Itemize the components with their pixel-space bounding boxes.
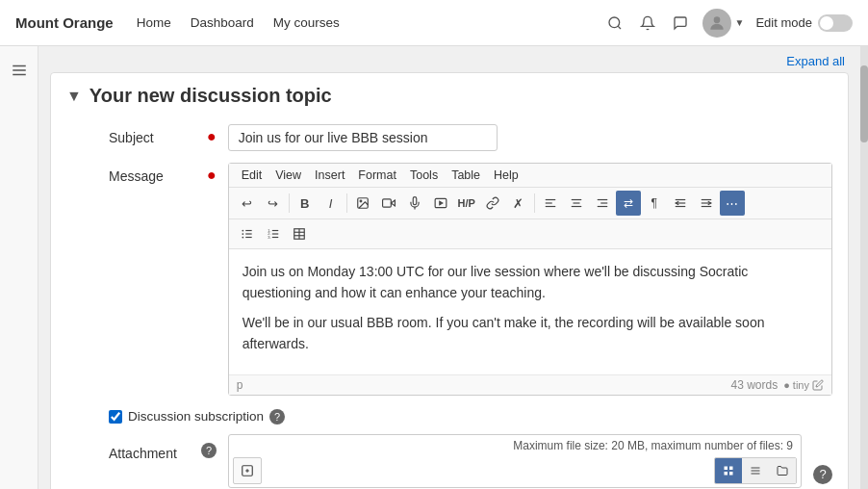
top-navigation: Mount Orange Home Dashboard My courses — [0, 0, 868, 46]
svg-point-32 — [242, 233, 243, 235]
message-required-indicator: ● — [207, 163, 217, 184]
menu-format[interactable]: Format — [351, 166, 403, 185]
subscription-label: Discussion subscription — [128, 409, 264, 424]
messages-icon[interactable] — [670, 13, 691, 34]
user-avatar-menu[interactable]: ▼ — [702, 9, 745, 38]
nav-mycourses[interactable]: My courses — [273, 15, 340, 30]
menu-help[interactable]: Help — [487, 166, 525, 185]
toolbar-image[interactable] — [350, 191, 375, 216]
subject-label: Subject — [109, 124, 195, 145]
attach-grid-view-button[interactable] — [715, 458, 742, 483]
editor-footer: p 43 words ● tiny — [229, 374, 831, 395]
svg-point-0 — [609, 17, 620, 28]
menu-edit[interactable]: Edit — [235, 166, 269, 185]
edit-mode-label: Edit mode — [755, 15, 812, 30]
section-chevron-icon[interactable]: ▼ — [66, 88, 82, 105]
toolbar-align-right[interactable] — [590, 191, 615, 216]
scrollbar[interactable] — [860, 46, 868, 489]
toolbar-video[interactable] — [376, 191, 401, 216]
sidebar — [0, 46, 38, 489]
svg-line-1 — [618, 26, 621, 29]
toolbar-align-left[interactable] — [538, 191, 563, 216]
attach-upload-button[interactable] — [233, 457, 262, 484]
svg-point-33 — [242, 237, 243, 239]
editor-wordcount: 43 words ● tiny — [730, 378, 824, 392]
subscription-help-icon[interactable]: ? — [269, 409, 285, 425]
attachment-label: Attachment — [109, 440, 195, 461]
toolbar-redo[interactable]: ↪ — [261, 191, 286, 216]
menu-insert[interactable]: Insert — [308, 166, 351, 185]
svg-marker-8 — [391, 200, 395, 206]
section-card: ▼ Your new discussion topic Subject ● Me… — [50, 72, 849, 489]
expand-all-link[interactable]: Expand all — [786, 54, 845, 68]
svg-rect-47 — [725, 472, 728, 476]
svg-point-31 — [242, 230, 243, 232]
toolbar-unordered-list[interactable] — [235, 221, 260, 246]
toolbar-indent-in[interactable] — [694, 191, 719, 216]
svg-rect-48 — [729, 472, 733, 476]
subscription-checkbox[interactable] — [109, 410, 122, 424]
avatar — [702, 9, 731, 38]
editor-wrap: Edit View Insert Format Tools Table Help… — [228, 163, 832, 396]
subject-field — [228, 124, 832, 151]
sidebar-toggle-icon[interactable] — [11, 62, 28, 84]
message-label: Message — [109, 163, 195, 184]
attachment-toolbar — [229, 454, 801, 487]
toolbar-italic[interactable]: I — [319, 191, 344, 216]
attach-folder-view-button[interactable] — [769, 458, 796, 483]
attach-list-view-button[interactable] — [742, 458, 769, 483]
toolbar-audio[interactable] — [402, 191, 427, 216]
menu-tools[interactable]: Tools — [403, 166, 445, 185]
svg-rect-9 — [382, 199, 391, 207]
attachment-area: Maximum file size: 20 MB, maximum number… — [228, 434, 802, 488]
subscription-row: Discussion subscription ? — [51, 401, 848, 428]
tinymce-logo: ● tiny — [783, 379, 824, 391]
toolbar-embed[interactable] — [428, 191, 453, 216]
scrollbar-thumb — [860, 65, 868, 142]
toolbar-sep-1 — [289, 193, 290, 213]
toolbar-ltr[interactable]: ⇄ — [616, 191, 641, 216]
svg-text:3.: 3. — [268, 235, 270, 240]
toolbar-hp[interactable]: H/P — [454, 191, 479, 216]
expand-all-bar: Expand all — [38, 46, 860, 72]
toolbar-bold[interactable]: B — [293, 191, 318, 216]
menu-table[interactable]: Table — [445, 166, 487, 185]
toolbar-charmap[interactable]: ✗ — [506, 191, 531, 216]
svg-rect-45 — [725, 466, 728, 470]
toolbar-more[interactable]: ⋯ — [720, 191, 745, 216]
toolbar-table[interactable] — [287, 221, 312, 246]
toolbar-indent-out[interactable] — [668, 191, 693, 216]
toolbar-undo[interactable]: ↩ — [235, 191, 260, 216]
edit-mode-toggle[interactable] — [818, 14, 853, 32]
toolbar-align-center[interactable] — [564, 191, 589, 216]
editor-toolbar-row2: 1. 2. 3. — [229, 219, 831, 249]
toolbar-sep-2 — [346, 193, 347, 213]
menu-view[interactable]: View — [268, 166, 308, 185]
editor-tag: p — [237, 378, 243, 392]
toolbar-link[interactable] — [480, 191, 505, 216]
svg-point-7 — [360, 200, 362, 202]
svg-marker-12 — [440, 201, 443, 205]
content-area: Expand all ▼ Your new discussion topic S… — [38, 46, 860, 489]
editor-content[interactable]: Join us on Monday 13:00 UTC for our live… — [229, 249, 831, 374]
editor-para-2: We'll be in our usual BBB room. If you c… — [243, 312, 818, 355]
avatar-chevron-icon: ▼ — [735, 17, 745, 28]
toolbar-sep-3 — [534, 193, 535, 213]
attachment-row: Attachment ? Maximum file size: 20 MB, m… — [51, 428, 848, 489]
subject-input[interactable] — [228, 124, 498, 151]
editor-menubar: Edit View Insert Format Tools Table Help — [229, 164, 831, 188]
toolbar-ordered-list[interactable]: 1. 2. 3. — [261, 221, 286, 246]
subject-row: Subject ● — [51, 118, 848, 157]
subject-required-indicator: ● — [207, 124, 217, 145]
notifications-icon[interactable] — [637, 13, 658, 34]
section-title: Your new discussion topic — [89, 85, 332, 107]
toolbar-rtl[interactable]: ¶ — [642, 191, 667, 216]
section-header: ▼ Your new discussion topic — [51, 73, 848, 118]
nav-dashboard[interactable]: Dashboard — [191, 15, 254, 30]
main-layout: Expand all ▼ Your new discussion topic S… — [0, 46, 868, 489]
search-icon[interactable] — [604, 13, 625, 34]
attachment-view-group — [714, 457, 797, 484]
attachment-right-help-icon[interactable]: ? — [813, 465, 832, 484]
nav-home[interactable]: Home — [137, 15, 171, 30]
attachment-help-icon[interactable]: ? — [201, 443, 217, 458]
